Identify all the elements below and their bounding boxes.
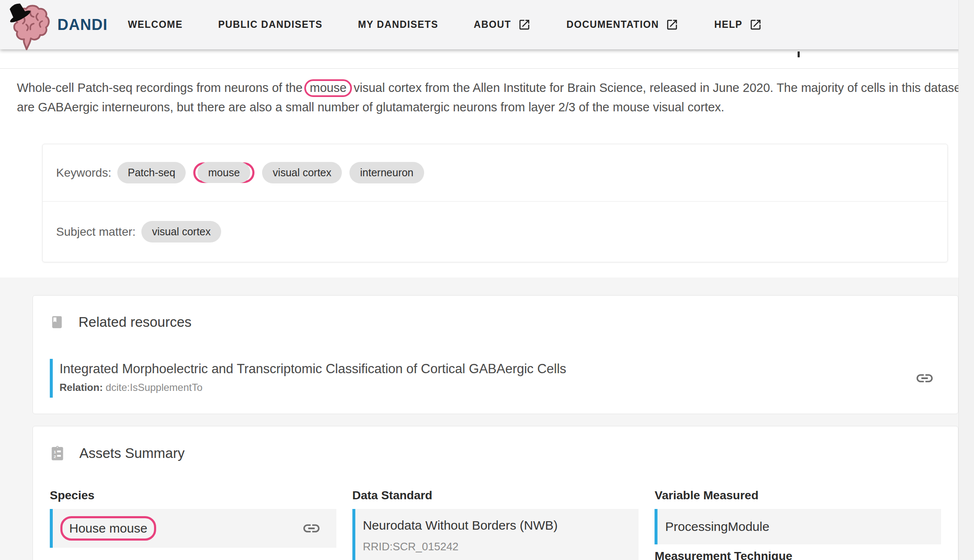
- top-nav: DANDI WELCOME PUBLIC DANDISETS MY DANDIS…: [0, 0, 974, 49]
- species-value: House mouse: [69, 521, 147, 535]
- assets-summary-header: 1 2 Assets Summary: [50, 444, 941, 463]
- column-header: Variable Measured: [655, 489, 941, 502]
- subject-matter-row: Subject matter: visual cortex: [43, 201, 947, 262]
- keyword-chip: mouse: [198, 162, 250, 183]
- highlight-ring: House mouse: [60, 516, 156, 541]
- section-title: Assets Summary: [79, 445, 184, 461]
- nav-item-label: HELP: [714, 19, 742, 30]
- keywords-card: Keywords: Patch-seq mouse visual cortex …: [42, 144, 948, 262]
- nav-menu: WELCOME PUBLIC DANDISETS MY DANDISETS AB…: [128, 18, 762, 31]
- column-header: Species: [50, 489, 336, 502]
- column-header-measurement-technique: Measurement Technique: [655, 549, 941, 560]
- resource-row: Integrated Morphoelectric and Transcript…: [50, 359, 941, 398]
- main-content-area: Related resources Integrated Morphoelect…: [0, 277, 974, 560]
- external-link-icon: [666, 18, 679, 31]
- rrid-value: RRID:SCR_015242: [363, 540, 459, 553]
- variable-measured-column: Variable Measured ProcessingModule Measu…: [655, 489, 941, 560]
- nav-item-documentation[interactable]: DOCUMENTATION: [566, 18, 679, 31]
- keywords-label: Keywords:: [56, 166, 111, 180]
- nav-item-public-dandisets[interactable]: PUBLIC DANDISETS: [218, 19, 322, 30]
- resource-relation: Relation: dcite:IsSupplementTo: [60, 382, 566, 393]
- nav-item-label: DOCUMENTATION: [566, 19, 659, 30]
- species-item: House mouse: [50, 509, 336, 548]
- section-title: Related resources: [78, 314, 192, 330]
- related-resources-card: Related resources Integrated Morphoelect…: [32, 295, 958, 414]
- external-link-icon: [749, 18, 762, 31]
- related-resources-header: Related resources: [50, 313, 941, 331]
- nav-item-my-dandisets[interactable]: MY DANDISETS: [358, 19, 438, 30]
- data-standard-value: Neurodata Without Borders (NWB): [363, 518, 558, 533]
- link-icon: [302, 519, 321, 538]
- book-icon: [50, 313, 64, 331]
- species-link-button[interactable]: [302, 519, 321, 538]
- page-header-band: [0, 49, 974, 69]
- variable-measured-item: ProcessingModule: [655, 509, 941, 544]
- external-link-icon: [518, 18, 531, 31]
- keyword-chip: visual cortex: [262, 162, 342, 183]
- subject-matter-label: Subject matter:: [56, 225, 135, 239]
- keyword-chips: Patch-seq mouse visual cortex interneuro…: [117, 162, 424, 183]
- highlight-ring: mouse: [193, 162, 254, 183]
- nav-item-label: PUBLIC DANDISETS: [218, 19, 322, 30]
- svg-text:2: 2: [54, 454, 56, 459]
- clipped-text-fragment: [798, 51, 800, 57]
- resource-link-button[interactable]: [915, 369, 934, 388]
- description-text: Whole-cell Patch-seq recordings from neu…: [17, 81, 303, 94]
- species-column: Species House mouse: [50, 489, 336, 560]
- nav-item-label: ABOUT: [473, 19, 511, 30]
- variable-measured-value: ProcessingModule: [665, 520, 769, 534]
- clipboard-list-icon: 1 2: [50, 444, 65, 463]
- data-standard-column: Data Standard Neurodata Without Borders …: [352, 489, 639, 560]
- dandiset-meta-section: Whole-cell Patch-seq recordings from neu…: [0, 69, 974, 277]
- nav-item-help[interactable]: HELP: [714, 18, 762, 31]
- relation-value: dcite:IsSupplementTo: [106, 382, 202, 393]
- dandiset-description: Whole-cell Patch-seq recordings from neu…: [17, 78, 965, 117]
- data-standard-item: Neurodata Without Borders (NWB) RRID:SCR…: [352, 509, 639, 560]
- vertical-scrollbar[interactable]: [958, 0, 974, 560]
- nav-item-about[interactable]: ABOUT: [473, 18, 531, 31]
- relation-label: Relation:: [60, 382, 103, 393]
- nav-item-label: MY DANDISETS: [358, 19, 438, 30]
- subject-matter-chip: visual cortex: [141, 221, 221, 242]
- keywords-row: Keywords: Patch-seq mouse visual cortex …: [43, 144, 947, 201]
- resource-title: Integrated Morphoelectric and Transcript…: [60, 361, 566, 377]
- link-icon: [915, 369, 934, 388]
- nav-item-welcome[interactable]: WELCOME: [128, 19, 183, 30]
- svg-text:1: 1: [54, 450, 56, 454]
- assets-summary-card: 1 2 Assets Summary Species House mouse: [32, 426, 958, 560]
- highlight-ring: mouse: [304, 79, 352, 97]
- brand-title[interactable]: DANDI: [57, 16, 108, 34]
- keyword-chip: interneuron: [349, 162, 424, 183]
- keyword-chip: Patch-seq: [117, 162, 186, 183]
- subject-matter-chips: visual cortex: [141, 221, 221, 242]
- column-header: Data Standard: [352, 489, 639, 502]
- nav-item-label: WELCOME: [128, 19, 183, 30]
- resource-info: Integrated Morphoelectric and Transcript…: [50, 359, 566, 398]
- dandi-brain-logo: [6, 3, 50, 51]
- assets-columns: Species House mouse Data Standard Neurod…: [50, 489, 941, 560]
